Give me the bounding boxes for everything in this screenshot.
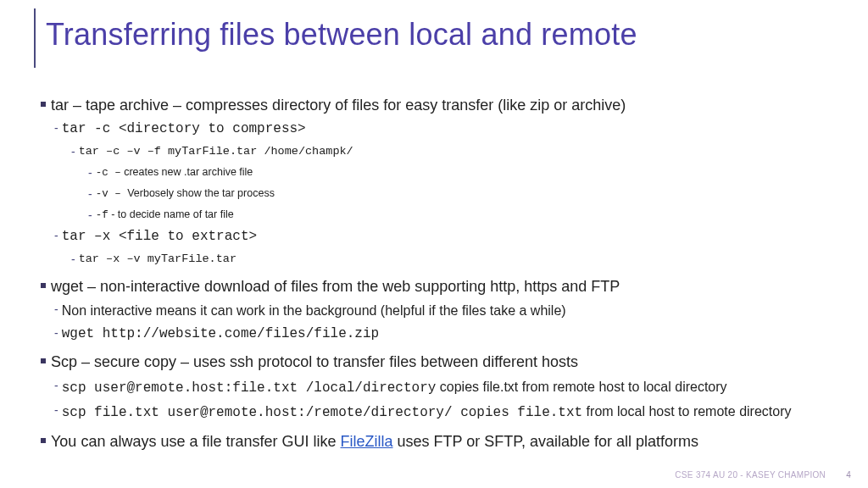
flag-f-code: -f (96, 209, 108, 221)
scp-2-code: scp file.txt user@remote.host:/remote/di… (62, 405, 583, 420)
tar-heading: tar – tape archive – compresses director… (51, 95, 626, 115)
gui-line: You can always use a file transfer GUI l… (51, 431, 698, 452)
scp-2-text: from local host to remote directory (582, 404, 791, 419)
bullet-tar-x-example: - tar –x –v myTarFile.tar (71, 252, 841, 268)
bullet-tar: tar – tape archive – compresses director… (41, 95, 841, 115)
scp-line-1: scp user@remote.host:file.txt /local/dir… (62, 378, 727, 398)
bullet-wget: wget – non-interactive download of files… (41, 276, 841, 297)
dash-bullet-icon: - (71, 144, 75, 160)
flag-c-line: -c – creates new .tar archive file (96, 165, 253, 180)
flag-c-text: creates new .tar archive file (121, 166, 253, 178)
bullet-tar-c-example: - tar –c –v –f myTarFile.tar /home/champ… (71, 144, 841, 160)
scp-line-2: scp file.txt user@remote.host:/remote/di… (62, 402, 792, 423)
square-bullet-icon (41, 358, 46, 363)
footer-page-number: 4 (846, 470, 851, 480)
slide: Transferring files between local and rem… (0, 0, 868, 488)
square-bullet-icon (41, 283, 46, 288)
tar-c-example: tar –c –v –f myTarFile.tar /home/champk/ (79, 144, 353, 159)
gui-post: uses FTP or SFTP, available for all plat… (393, 433, 698, 450)
dash-bullet-icon: - (54, 120, 58, 136)
dash-bullet-icon: - (54, 378, 58, 394)
scp-1-text: copies file.txt from remote host to loca… (436, 380, 726, 394)
bullet-scp-1: - scp user@remote.host:file.txt /local/d… (54, 378, 841, 398)
bullet-flag-c: - -c – creates new .tar archive file (88, 165, 841, 181)
wget-cmd: wget http://website.come/files/file.zip (62, 325, 379, 344)
bullet-scp-2: - scp file.txt user@remote.host:/remote/… (54, 402, 841, 423)
scp-1-code: scp user@remote.host:file.txt /local/dir… (62, 380, 437, 396)
dash-bullet-icon: - (54, 325, 58, 341)
tar-x-example: tar –x –v myTarFile.tar (79, 252, 236, 267)
wget-heading: wget – non-interactive download of files… (51, 276, 620, 297)
flag-v-line: -v – Verbosely show the tar process (96, 186, 275, 202)
bullet-flag-v: - -v – Verbosely show the tar process (88, 186, 841, 202)
scp-heading: Scp – secure copy – uses ssh protocol to… (51, 352, 578, 372)
gui-pre: You can always use a file transfer GUI l… (51, 433, 341, 450)
filezilla-link[interactable]: FileZilla (341, 433, 393, 450)
slide-title: Transferring files between local and rem… (46, 17, 637, 53)
flag-f-text: - to decide name of tar file (108, 208, 234, 220)
title-rule (34, 8, 36, 68)
bullet-tar-x: - tar –x <file to extract> (54, 228, 841, 247)
flag-v-text: Verbosely show the tar process (127, 187, 275, 199)
bullet-wget-note: - Non interactive means it can work in t… (54, 302, 841, 320)
dash-bullet-icon: - (88, 186, 92, 202)
flag-c-code: -c – (96, 167, 121, 179)
dash-bullet-icon: - (71, 252, 75, 268)
bullet-scp: Scp – secure copy – uses ssh protocol to… (41, 352, 841, 372)
tar-c-cmd: tar -c <directory to compress> (62, 120, 306, 139)
flag-f-line: -f - to decide name of tar file (96, 208, 234, 223)
dash-bullet-icon: - (54, 402, 58, 419)
dash-bullet-icon: - (54, 302, 58, 318)
bullet-gui: You can always use a file transfer GUI l… (41, 431, 841, 452)
dash-bullet-icon: - (54, 228, 58, 244)
square-bullet-icon (41, 438, 46, 443)
bullet-wget-cmd: - wget http://website.come/files/file.zi… (54, 325, 841, 344)
bullet-tar-c: - tar -c <directory to compress> (54, 120, 841, 139)
slide-footer: CSE 374 AU 20 - KASEY CHAMPION 4 (675, 470, 851, 480)
flag-v-code: -v – (96, 188, 128, 200)
square-bullet-icon (41, 102, 46, 107)
slide-body: tar – tape archive – compresses director… (41, 95, 841, 452)
wget-note: Non interactive means it can work in the… (62, 302, 566, 320)
dash-bullet-icon: - (88, 165, 92, 181)
footer-course: CSE 374 AU 20 - KASEY CHAMPION (675, 470, 826, 480)
dash-bullet-icon: - (88, 208, 92, 224)
tar-x-cmd: tar –x <file to extract> (62, 228, 257, 247)
bullet-flag-f: - -f - to decide name of tar file (88, 208, 841, 224)
